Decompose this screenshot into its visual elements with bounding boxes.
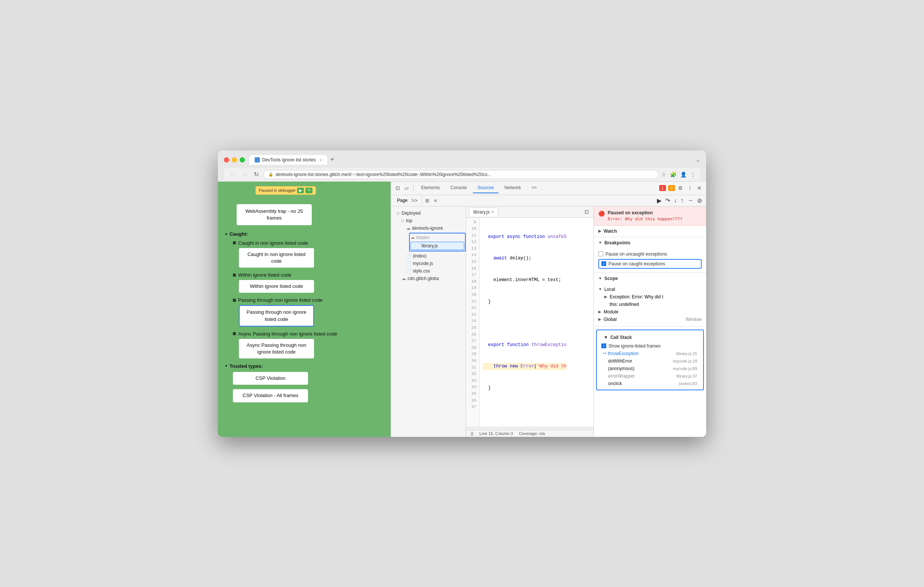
profile-icon[interactable]: 👤 — [680, 171, 686, 178]
ft-library-js[interactable]: 📄 library.js — [411, 242, 464, 250]
call-stack-header[interactable]: ▼ Call Stack — [599, 332, 701, 342]
lock-icon: 🔒 — [268, 172, 274, 177]
caught-non-ignore-button[interactable]: Caught in non ignore listed code — [239, 248, 314, 268]
tab-sources[interactable]: Sources — [473, 183, 498, 193]
ft-cloud-icon: ☁ — [406, 225, 411, 231]
ft-deployed[interactable]: ▷ Deployed — [391, 209, 466, 217]
devtools-close-button[interactable]: ✕ — [696, 184, 703, 192]
module-chevron[interactable]: ▶ — [598, 310, 601, 314]
coverage-status: Coverage: n/a — [519, 431, 545, 436]
tab-elements[interactable]: Elements — [417, 183, 444, 193]
page-label[interactable]: Page — [397, 198, 408, 203]
pause-caught-checkbox[interactable] — [601, 261, 606, 266]
call-stack-label: Call Stack — [610, 335, 632, 340]
stack-frame-4[interactable]: onclick (index):83 — [601, 380, 699, 387]
minimize-button[interactable] — [232, 157, 237, 163]
menu-icon[interactable]: ⋮ — [690, 171, 696, 178]
sidebar-toggle-button[interactable]: ≡ — [432, 196, 438, 205]
stack-frame-0[interactable]: ↪ throwException library.js:15 — [601, 350, 699, 357]
global-chevron[interactable]: ▶ — [598, 317, 601, 321]
ft-top-icon: ▷ — [401, 218, 404, 223]
pause-uncaught-checkbox[interactable] — [598, 252, 603, 257]
reload-button[interactable]: ↻ — [252, 170, 260, 179]
step-over-debugger[interactable]: ↷ — [664, 196, 671, 205]
devtools-toolbar: ⊡ ▱ Elements Console Sources Network >> … — [391, 182, 706, 195]
ft-devtools-ignore[interactable]: ☁ devtools-ignore — [391, 224, 466, 232]
local-chevron[interactable]: ▼ — [598, 287, 602, 291]
csp-violation-button[interactable]: CSP Violation — [233, 372, 308, 385]
non-ignore-subsection: Caught in non ignore listed code Caught … — [233, 240, 383, 268]
url-bar[interactable]: 🔒 devtools-ignore-list-stories.glitch.me… — [263, 170, 658, 179]
page-expand-button[interactable]: >> — [410, 196, 419, 205]
settings-button[interactable]: ⚙ — [676, 184, 684, 192]
exception-chevron[interactable]: ▶ — [604, 294, 607, 299]
step-over-button[interactable]: ↷ — [305, 187, 312, 193]
line-num-21: 21 — [469, 298, 476, 305]
stack-loc-3: library.js:37 — [676, 374, 697, 378]
step-button[interactable]: → — [686, 196, 695, 205]
devtools-panel: ⊡ ▱ Elements Console Sources Network >> … — [391, 182, 706, 437]
call-stack-content: Show ignore-listed frames ↪ throwExcepti… — [599, 342, 701, 387]
ft-style-css[interactable]: 📄 style.css — [391, 267, 466, 275]
bullet-circle: • — [225, 231, 227, 237]
deactivate-breakpoints[interactable]: ⊘ — [696, 196, 703, 205]
webassembly-box: WebAssembly trap - no JS frames — [237, 204, 312, 225]
active-tab[interactable]: DevTools ignore list stories × — [249, 155, 327, 165]
ft-index[interactable]: 📄 (index) — [391, 252, 466, 260]
csp-all-frames-button[interactable]: CSP Violation - All frames — [233, 389, 308, 402]
watch-header[interactable]: ▶ Watch — [594, 225, 706, 237]
step-into-button[interactable]: ↓ — [673, 196, 678, 205]
breakpoints-header[interactable]: ▼ Breakpoints — [594, 237, 706, 248]
extensions-icon[interactable]: 🧩 — [670, 171, 676, 178]
format-icon[interactable]: {} — [471, 431, 473, 436]
forward-button[interactable]: → — [240, 170, 249, 179]
back-button[interactable]: ← — [228, 170, 238, 179]
stack-fn-4: onclick — [603, 381, 622, 386]
stack-frame-3[interactable]: errorWrapper library.js:37 — [601, 372, 699, 380]
exception-icon: 🔴 — [598, 210, 605, 217]
within-ignore-button[interactable]: Within ignore listed code — [239, 280, 314, 293]
source-header: library.js × ⊡ — [466, 206, 594, 218]
stack-frame-1[interactable]: doWithError mycode.js:18 — [601, 357, 699, 365]
scope-content: ▼ Local ▶ Exception: Error: Why did t th… — [594, 284, 706, 326]
bookmark-icon[interactable]: ☆ — [662, 171, 667, 178]
ft-hidden[interactable]: ☁ hidden — [411, 234, 464, 241]
tab-network[interactable]: Network — [500, 183, 525, 193]
ft-index-label: (index) — [413, 253, 427, 258]
passing-button[interactable]: Passing through non ignore listed code — [239, 305, 314, 326]
new-tab-button[interactable]: + — [330, 156, 334, 164]
filesystem-button[interactable]: ⊞ — [424, 196, 431, 205]
step-out-button[interactable]: ↑ — [680, 196, 685, 205]
local-scope: ▼ Local — [598, 286, 702, 293]
tab-console[interactable]: Console — [446, 183, 471, 193]
show-ignore-row: Show ignore-listed frames — [601, 342, 699, 350]
ft-cdn-glitch[interactable]: ☁ cdn.glitch.globa — [391, 275, 466, 282]
devtools-more-button[interactable]: ⋮ — [686, 184, 694, 192]
ft-folder-icon2: ☁ — [411, 235, 415, 240]
close-button[interactable] — [224, 157, 229, 163]
ft-mycode-js[interactable]: 📄 mycode.js — [391, 260, 466, 267]
device-mode-button[interactable]: ▱ — [403, 184, 410, 192]
line-numbers: 9 10 11 12 13 14 15 16 17 18 19 — [466, 218, 480, 427]
horizontal-scrollbar[interactable] — [466, 427, 594, 430]
ft-top[interactable]: ▷ top — [391, 217, 466, 224]
show-ignore-checkbox[interactable] — [601, 344, 606, 348]
inspect-element-button[interactable]: ⊡ — [394, 184, 401, 192]
tab-more[interactable]: >> — [527, 183, 541, 193]
tab-close-button[interactable]: × — [320, 158, 322, 162]
ft-devtools-ignore-label: devtools-ignore — [412, 225, 443, 231]
source-panel-expand[interactable]: ⊡ — [583, 207, 591, 216]
source-tab-library[interactable]: library.js × — [469, 207, 498, 216]
resume-button[interactable]: ▶ — [297, 187, 304, 193]
line-num-34: 34 — [469, 384, 476, 391]
source-tab-close[interactable]: × — [491, 209, 494, 215]
fullscreen-button[interactable] — [240, 157, 245, 163]
async-passing-button[interactable]: Async Passing through non ignore listed … — [239, 339, 314, 358]
line-num-10: 10 — [469, 225, 476, 232]
scope-header[interactable]: ▼ Scope — [594, 273, 706, 284]
resume-debugger-button[interactable]: ▶ — [656, 196, 663, 205]
source-editor[interactable]: 9 10 11 12 13 14 15 16 17 18 19 — [466, 218, 594, 427]
stack-frame-2[interactable]: (anonymous) mycode.js:89 — [601, 365, 699, 372]
tab-overflow-chevron[interactable]: ⌄ — [696, 157, 700, 163]
within-ignore-label: Within ignore listed code — [233, 272, 383, 278]
